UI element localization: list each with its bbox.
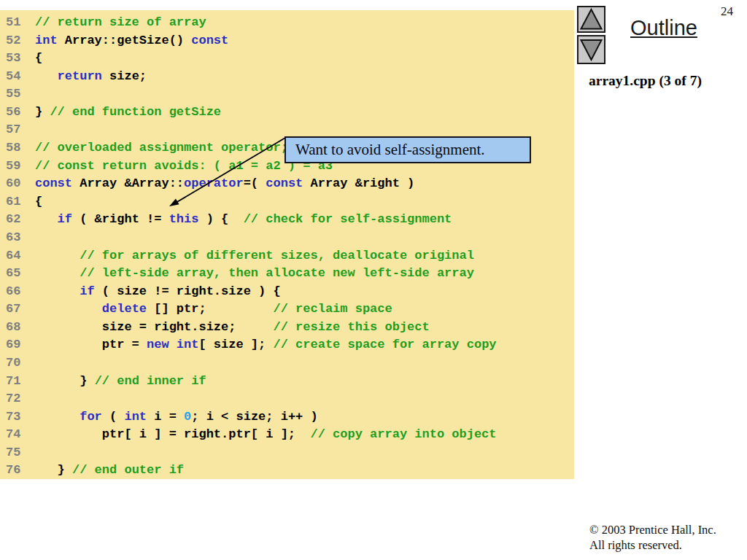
line-number: 52: [0, 32, 35, 50]
line-number: 63: [0, 229, 35, 247]
line-number: 54: [0, 68, 35, 86]
file-label: array1.cpp (3 of 7): [589, 73, 702, 89]
code-line: 63: [0, 229, 574, 247]
down-triangle-icon: [578, 36, 604, 63]
code-token: 0: [184, 410, 191, 424]
scroll-down-button[interactable]: [577, 35, 605, 64]
code-token: [35, 302, 102, 316]
line-number: 60: [0, 175, 35, 193]
code-token: // check for self-assignment: [244, 212, 452, 226]
outline-title: Outline: [630, 16, 697, 40]
code-token: }: [35, 463, 72, 477]
code-token: // reclaim space: [273, 302, 392, 316]
line-number: 70: [0, 354, 35, 373]
code-token: ( size != right.size ) {: [95, 284, 281, 298]
code-token: if: [58, 212, 72, 226]
code-token: int: [177, 338, 199, 351]
line-number: 51: [0, 14, 35, 32]
code-token: ; i < size; i++ ): [191, 410, 317, 424]
line-number: 53: [0, 50, 35, 68]
code-token: // resize this object: [273, 320, 429, 334]
code-line: 71 } // end inner if: [0, 373, 574, 391]
code-token: int: [124, 410, 147, 424]
code-token: {: [35, 195, 42, 209]
code-token: // end inner if: [95, 374, 206, 388]
copyright: © 2003 Prentice Hall, Inc. All rights re…: [589, 522, 716, 553]
line-number: 58: [0, 139, 35, 158]
line-number: 59: [0, 158, 35, 176]
line-number: 72: [0, 390, 35, 408]
code-line: 74 ptr[ i ] = right.ptr[ i ]; // copy ar…: [0, 426, 574, 444]
code-token: // for arrays of different sizes, deallo…: [80, 249, 474, 262]
copyright-line2: All rights reserved.: [589, 537, 716, 553]
code-panel: 51// return size of array52int Array::ge…: [0, 10, 574, 479]
line-number: 64: [0, 247, 35, 265]
code-token: // end function getSize: [50, 105, 221, 119]
line-number: 76: [0, 462, 35, 480]
page-number: 24: [721, 4, 733, 19]
code-token: [ size ];: [198, 338, 273, 351]
code-token: size = right.size;: [35, 320, 273, 334]
code-token: (: [102, 410, 125, 424]
code-token: new: [147, 338, 169, 351]
code-token: Array::getSize(): [58, 34, 192, 47]
line-number: 69: [0, 336, 35, 354]
code-token: const: [35, 176, 72, 190]
code-token: }: [35, 374, 95, 388]
code-line: 62 if ( &right != this ) { // check for …: [0, 211, 574, 229]
line-number: 75: [0, 444, 35, 462]
code-token: [35, 266, 80, 280]
code-token: this: [169, 212, 199, 226]
line-number: 74: [0, 426, 35, 444]
code-token: }: [35, 105, 50, 119]
code-token: [35, 410, 80, 424]
code-token: [35, 69, 58, 83]
callout-box: Want to avoid self-assignment.: [285, 136, 531, 163]
callout-arrow: [164, 133, 288, 210]
callout-text: Want to avoid self-assignment.: [295, 141, 485, 159]
code-line: 56} // end function getSize: [0, 104, 574, 122]
code-token: size;: [102, 69, 147, 83]
code-line: 70: [0, 354, 574, 373]
code-token: [] ptr;: [147, 302, 273, 316]
code-line: 52int Array::getSize() const: [0, 32, 574, 50]
code-line: 68 size = right.size; // resize this obj…: [0, 319, 574, 337]
code-token: // copy array into object: [310, 427, 496, 441]
code-token: [169, 338, 177, 351]
code-token: [35, 249, 80, 262]
code-token: delete: [102, 302, 147, 316]
code-token: int: [35, 34, 58, 47]
code-token: Array &right ): [303, 176, 414, 190]
code-token: i =: [147, 410, 184, 424]
code-token: for: [80, 410, 102, 424]
up-triangle-icon: [578, 7, 604, 31]
code-token: ptr[ i ] = right.ptr[ i ];: [35, 427, 310, 441]
code-token: if: [80, 284, 94, 298]
code-token: ( &right !=: [72, 212, 169, 226]
code-token: // end outer if: [72, 463, 184, 477]
code-line: 73 for ( int i = 0; i < size; i++ ): [0, 408, 574, 427]
line-number: 55: [0, 85, 35, 104]
code-line: 66 if ( size != right.size ) {: [0, 283, 574, 301]
scroll-up-button[interactable]: [577, 6, 605, 33]
code-token: ptr =: [35, 338, 147, 351]
code-line: 65 // left-side array, then allocate new…: [0, 265, 574, 283]
line-number: 68: [0, 319, 35, 337]
code-line: 67 delete [] ptr; // reclaim space: [0, 300, 574, 319]
code-line: 64 // for arrays of different sizes, dea…: [0, 247, 574, 265]
code-token: // left-side array, then allocate new le…: [80, 266, 474, 280]
code-token: // create space for array copy: [273, 338, 496, 351]
code-line: 76 } // end outer if: [0, 462, 574, 480]
code-line: 75: [0, 444, 574, 462]
line-number: 67: [0, 300, 35, 319]
line-number: 65: [0, 265, 35, 283]
code-token: {: [35, 51, 42, 65]
line-number: 57: [0, 121, 35, 139]
code-line: 54 return size;: [0, 68, 574, 86]
code-line: 72: [0, 390, 574, 408]
code-token: [35, 212, 58, 226]
line-number: 56: [0, 104, 35, 122]
code-token: [35, 284, 80, 298]
code-line: 51// return size of array: [0, 14, 574, 32]
code-token: // return size of array: [35, 15, 206, 29]
